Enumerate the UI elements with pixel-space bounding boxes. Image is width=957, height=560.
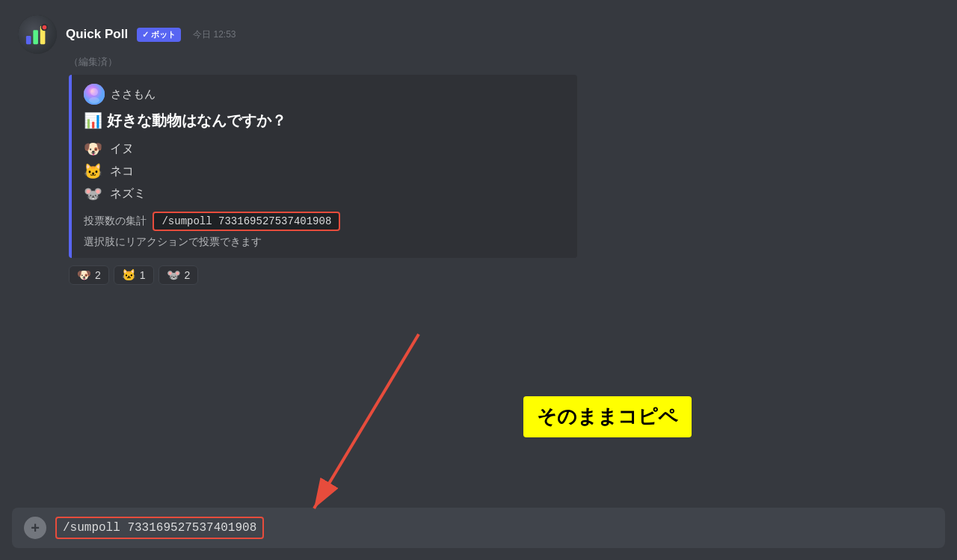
svg-point-6 xyxy=(90,88,98,96)
user-avatar xyxy=(84,84,105,105)
reaction-count-2: 2 xyxy=(185,269,191,281)
bot-avatar xyxy=(18,15,57,54)
sumpoll-command-box: /sumpoll 733169527537401908 xyxy=(153,212,340,231)
vote-count-row: 投票数の集計 /sumpoll 733169527537401908 xyxy=(84,212,565,231)
poll-title-emoji: 📊 xyxy=(84,112,107,129)
poll-options: 🐶 イヌ 🐱 ネコ 🐭 ネズミ xyxy=(84,140,565,203)
message-header: Quick Poll ✓ ボット 今日 12:53 xyxy=(18,15,939,54)
poll-option-label-0: イヌ xyxy=(110,141,134,157)
chat-area: Quick Poll ✓ ボット 今日 12:53 （編集済） xyxy=(0,0,957,508)
page-container: Quick Poll ✓ ボット 今日 12:53 （編集済） xyxy=(0,0,957,560)
poll-option-emoji-0: 🐶 xyxy=(84,140,102,158)
bot-badge-label: ボット xyxy=(151,29,176,40)
embed-user-row: ささもん xyxy=(84,84,565,105)
reaction-badge-0[interactable]: 🐶 2 xyxy=(69,265,109,285)
poll-option-0: 🐶 イヌ xyxy=(84,140,565,158)
user-name: ささもん xyxy=(111,87,156,102)
poll-option-emoji-1: 🐱 xyxy=(84,162,102,180)
reaction-count-1: 1 xyxy=(140,269,146,281)
bot-name: Quick Poll xyxy=(66,27,128,42)
edited-label: （編集済） xyxy=(69,55,939,69)
message-time: 今日 12:53 xyxy=(193,28,236,41)
svg-point-7 xyxy=(89,97,99,103)
bot-badge-checkmark: ✓ xyxy=(142,30,149,40)
vote-count-label: 投票数の集計 xyxy=(84,215,147,227)
reaction-badge-2[interactable]: 🐭 2 xyxy=(159,265,199,285)
poll-option-label-1: ネコ xyxy=(110,164,134,179)
input-plus-button[interactable]: + xyxy=(24,517,46,539)
poll-option-emoji-2: 🐭 xyxy=(84,185,102,203)
poll-option-label-2: ネズミ xyxy=(110,186,146,202)
reaction-emoji-2: 🐭 xyxy=(167,268,181,282)
svg-rect-1 xyxy=(33,30,38,44)
reaction-emoji-0: 🐶 xyxy=(77,268,91,282)
input-text-box: /sumpoll 733169527537401908 xyxy=(55,517,264,539)
embed-card: ささもん 📊 好きな動物はなんですか？ 🐶 イヌ 🐱 ネコ 🐭 xyxy=(69,75,577,258)
svg-point-4 xyxy=(43,25,47,30)
main-layout: Quick Poll ✓ ボット 今日 12:53 （編集済） xyxy=(0,0,957,560)
input-bar: + /sumpoll 733169527537401908 xyxy=(12,508,945,548)
reaction-emoji-1: 🐱 xyxy=(122,268,136,282)
bot-avatar-icon xyxy=(25,22,50,47)
poll-title: 📊 好きな動物はなんですか？ xyxy=(84,111,565,131)
bot-avatar-inner xyxy=(18,15,57,54)
reaction-badge-1[interactable]: 🐱 1 xyxy=(114,265,154,285)
poll-option-1: 🐱 ネコ xyxy=(84,162,565,180)
poll-title-text: 好きな動物はなんですか？ xyxy=(107,112,286,129)
reaction-row: 🐶 2 🐱 1 🐭 2 xyxy=(69,265,939,285)
instruction-text: 選択肢にリアクションで投票できます xyxy=(84,236,565,249)
user-avatar-svg xyxy=(84,84,105,105)
reaction-count-0: 2 xyxy=(95,269,101,281)
input-text[interactable]: /sumpoll 733169527537401908 xyxy=(63,521,256,535)
svg-rect-0 xyxy=(26,36,31,44)
bot-badge: ✓ ボット xyxy=(137,28,181,42)
copy-paste-label: そのままコピペ xyxy=(523,396,692,437)
poll-option-2: 🐭 ネズミ xyxy=(84,185,565,203)
